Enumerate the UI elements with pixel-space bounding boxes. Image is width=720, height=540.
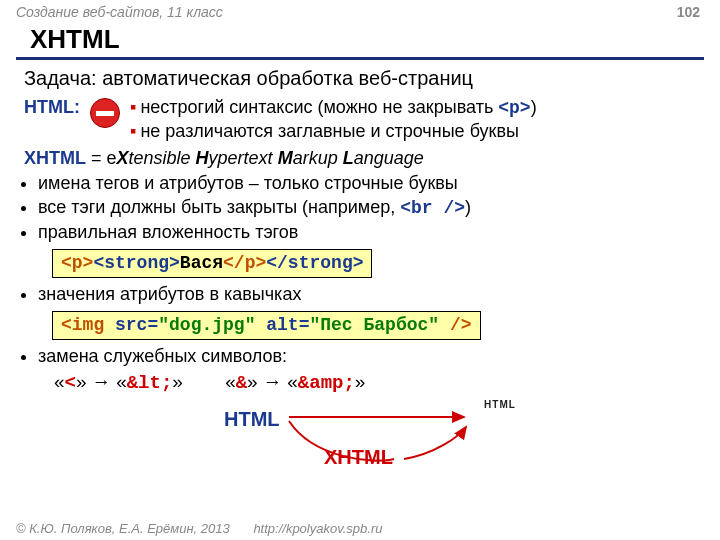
bullet-icon: ▪: [130, 97, 136, 117]
list-item: имена тегов и атрибутов – только строчны…: [38, 172, 704, 195]
header-bar: Создание веб-сайтов, 11 класс 102: [0, 0, 720, 22]
copyright: © К.Ю. Поляков, Е.А. Ерёмин, 2013: [16, 521, 230, 536]
list-item: значения атрибутов в кавычках: [38, 283, 704, 306]
html5-logo-icon: HTML: [472, 399, 528, 462]
course-name: Создание веб-сайтов, 11 класс: [16, 4, 223, 20]
footer-link[interactable]: http://kpolyakov.spb.ru: [253, 521, 382, 536]
xhtml-definition: XHTML = eXtensible Hypertext Markup Lang…: [24, 147, 704, 170]
entity-examples: «<» → «&lt;» «&» → «&amp;»: [54, 370, 704, 395]
html-points: ▪нестрогий синтаксис (можно не закрывать…: [130, 96, 537, 143]
footer: © К.Ю. Поляков, Е.А. Ерёмин, 2013 http:/…: [16, 521, 382, 536]
task-line: Задача: автоматическая обработка веб-стр…: [24, 66, 704, 92]
code-p-tag: <p>: [498, 98, 530, 118]
page-title: XHTML: [30, 24, 720, 55]
html-drawbacks: HTML: ▪нестрогий синтаксис (можно не зак…: [24, 96, 704, 143]
html-label: HTML:: [24, 96, 80, 119]
diagram-html-label: HTML: [224, 407, 280, 433]
rules-list-2: значения атрибутов в кавычках: [24, 283, 704, 306]
title-rule: [16, 57, 704, 60]
code-example-nesting: <p><strong>Вася</p></strong>: [52, 249, 372, 278]
page-number: 102: [677, 4, 700, 20]
code-br-tag: <br />: [400, 198, 465, 218]
list-item: правильная вложенность тэгов: [38, 221, 704, 244]
bullet-icon: ▪: [130, 121, 136, 141]
no-entry-icon: [90, 98, 120, 128]
rules-list: имена тегов и атрибутов – только строчны…: [24, 172, 704, 244]
arrows-icon: [274, 399, 484, 469]
html-xhtml-diagram: HTML XHTML HTML: [24, 399, 704, 471]
list-item: замена служебных символов:: [38, 345, 704, 368]
content: Задача: автоматическая обработка веб-стр…: [0, 66, 720, 471]
code-example-attrs: <img src="dog.jpg" alt="Пес Барбос" />: [52, 311, 481, 340]
list-item: все тэги должны быть закрыты (например, …: [38, 196, 704, 220]
rules-list-3: замена служебных символов:: [24, 345, 704, 368]
